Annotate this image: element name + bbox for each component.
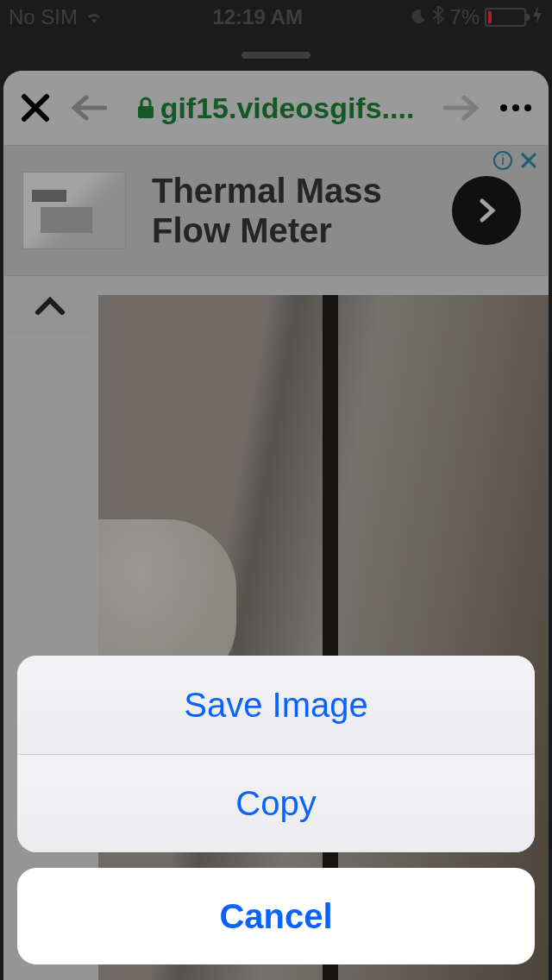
copy-label: Copy: [235, 784, 316, 823]
save-image-button[interactable]: Save Image: [17, 656, 535, 754]
copy-button[interactable]: Copy: [17, 754, 535, 852]
action-sheet-cancel-group: Cancel: [17, 868, 535, 964]
cancel-label: Cancel: [219, 897, 332, 936]
action-sheet: Save Image Copy Cancel: [17, 656, 535, 964]
cancel-button[interactable]: Cancel: [17, 868, 535, 964]
save-image-label: Save Image: [184, 686, 367, 725]
action-sheet-options: Save Image Copy: [17, 656, 535, 852]
